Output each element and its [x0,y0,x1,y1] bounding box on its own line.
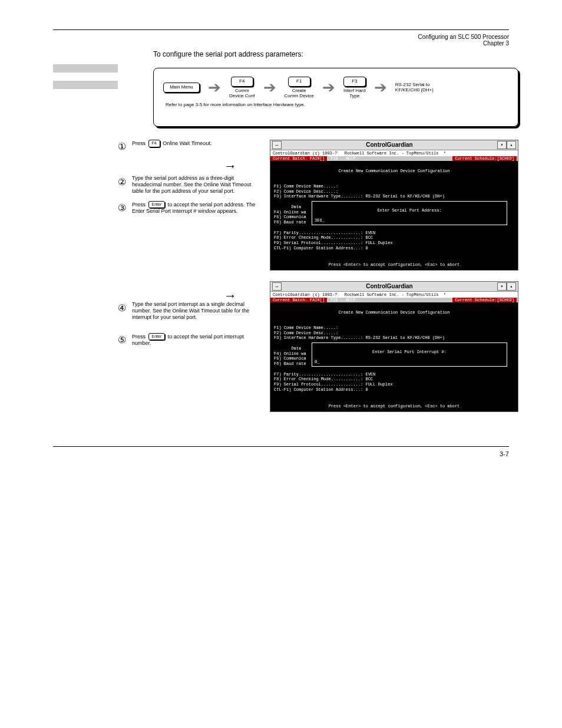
nav-subnote: Refer to page 3-5 for more information o… [166,102,508,107]
step-2: ② Type the serial port address as a thre… [118,175,259,195]
hw-type-label: RS-232 Serial to KF/KE/CH0 (DH+) [395,82,434,93]
status-right: Current Schedule:[SCHED] [452,156,517,161]
maximize-icon[interactable]: ▴ [507,141,516,149]
fields-top: F1) Comm Device Name.....: F2) Comm Devi… [274,184,445,199]
f1-key[interactable]: F1 [288,77,310,87]
terminal-area: Create New Communication Device Configur… [270,302,518,411]
copyright-line: ControlGuardian (c) 1993-? Rockwell Soft… [270,150,518,156]
main-menu-key[interactable]: Main Menu [163,83,200,93]
arrow-icon: ➔ [263,84,276,91]
f4-key-inline[interactable]: F4 [148,140,160,147]
step-text: Type the serial port address as a three-… [132,175,259,195]
enter-key-inline[interactable]: Enter [148,333,166,341]
dialog-title: Enter Serial Port Address: [315,208,504,213]
f4-key[interactable]: F4 [231,77,253,87]
f1-label: Create Comm Device [285,88,314,98]
maximize-icon[interactable]: ▴ [507,282,516,291]
step-1: ① Press F4 Online Wait Timeout. [118,140,259,153]
dialog-input[interactable]: 3E8_ [315,218,325,223]
panel-title: Create New Communication Device Configur… [274,310,514,315]
fields-bottom: F7) Parity.........................: EVE… [274,372,393,392]
enter-key-inline[interactable]: Enter [148,201,166,209]
arrow-icon: ➔ [374,84,387,91]
chapter-title: Configuring an SLC 500 Processor [53,34,509,40]
arrow-icon: ➔ [208,84,221,91]
terminal-area: Create New Communication Device Configur… [270,161,518,270]
rule-bottom [53,446,509,447]
input-dialog: Enter Serial Port Address: 3E8_ [312,201,507,225]
fields-top: F1) Comm Device Name.....: F2) Comm Devi… [274,325,445,341]
terminal-footer: Press <Enter> to accept configuration, <… [270,262,518,268]
rule-top [53,29,509,30]
margin-bars [53,64,71,89]
fields-bottom: F7) Parity.........................: EVE… [274,230,393,251]
step-number: ③ [118,201,127,215]
step-number: ④ [118,301,127,321]
page-number: 3-7 [53,450,509,457]
f3-label: Interf Hard Type [343,88,366,98]
dialog-input[interactable]: 0_ [315,360,319,364]
fields-left: Data F4) Online wa F5) Communica F6) Bau… [274,205,306,225]
f4-label: Comm Device Conf [229,88,255,98]
step-3: ③ Press Enter to accept the serial port … [118,201,259,215]
step-number: ① [118,140,127,153]
f3-key[interactable]: F3 [343,77,366,87]
intro-text: To configure the serial port address par… [153,50,518,58]
dialog-title: Enter Serial Port Interrupt #: [315,350,504,355]
chapter-number: Chapter 3 [53,40,509,47]
step-4: ④ Type the serial port interrupt as a si… [118,301,259,321]
minimize-icon[interactable]: ▾ [497,282,507,291]
system-menu-icon[interactable]: — [272,141,282,149]
step-text: Type the serial port interrupt as a sing… [132,301,259,321]
window-title: ControlGuardian [282,141,497,148]
arrow-icon: ➔ [322,84,335,91]
step-number: ② [118,175,127,195]
nav-panel: Main Menu ➔ F4 Comm Device Conf ➔ F1 Cre… [153,68,518,127]
input-dialog: Enter Serial Port Interrupt #: 0_ [312,342,507,367]
titlebar: — ControlGuardian ▾ ▴ [270,140,518,150]
panel-title: Create New Communication Device Configur… [274,169,514,174]
terminal-footer: Press <Enter> to accept configuration, <… [270,404,518,409]
pointer-arrow-icon: → [224,288,365,304]
minimize-icon[interactable]: ▾ [497,141,507,149]
status-right: Current Schedule:[SCHED] [452,298,517,302]
step-number: ⑤ [118,333,127,347]
fields-left: Data F4) Online wa F5) Communica F6) Bau… [274,346,306,366]
chapter-header: Configuring an SLC 500 Processor Chapter… [53,34,509,47]
step-5: ⑤ Press Enter to accept the serial port … [118,333,259,347]
page: Configuring an SLC 500 Processor Chapter… [0,0,562,493]
